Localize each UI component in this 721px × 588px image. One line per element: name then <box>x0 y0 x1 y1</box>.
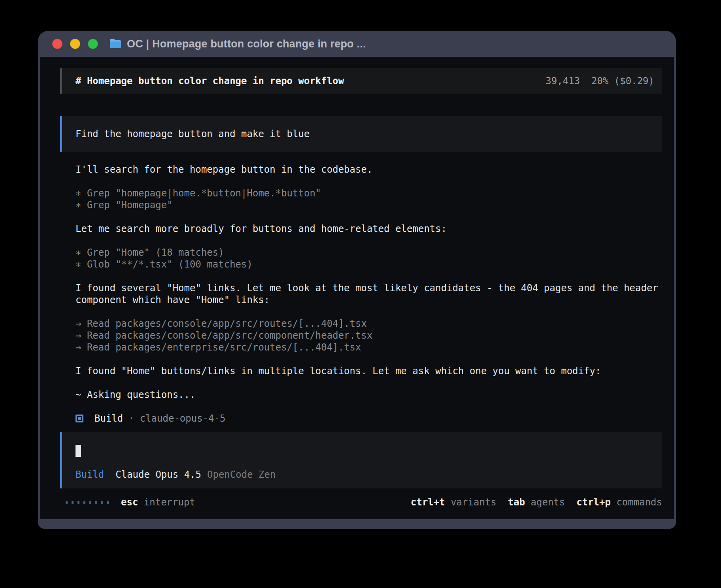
tool-call-grep: ∗ Grep "Homepage" <box>75 199 662 211</box>
hint-label-commands: commands <box>616 497 662 508</box>
context-cost: 20% ($0.29) <box>591 75 654 87</box>
tool-call-group: ∗ Grep "homepage|home.*button|Home.*butt… <box>60 187 662 211</box>
traffic-lights <box>52 39 98 49</box>
terminal-content: # Homepage button color change in repo w… <box>40 57 674 519</box>
assistant-message: I found "Home" buttons/links in multiple… <box>60 365 662 377</box>
session-stats: 39,413 20% ($0.29) <box>545 75 654 87</box>
hint-key-tab: tab <box>508 497 525 508</box>
minimize-button[interactable] <box>70 39 80 49</box>
agent-name: Build <box>94 413 123 424</box>
user-message-text: Find the homepage button and make it blu… <box>75 128 310 139</box>
agent-model: claude-opus-4-5 <box>140 413 226 424</box>
hint-agents: tab agents <box>508 496 565 508</box>
agent-icon <box>75 415 83 422</box>
hint-label-variants: variants <box>451 497 496 508</box>
hint-interrupt: esc interrupt <box>121 496 195 508</box>
folder-icon <box>109 39 122 49</box>
token-count: 39,413 <box>545 75 580 87</box>
assistant-status: ~ Asking questions... <box>60 389 662 401</box>
status-bar-right: ctrl+t variants tab agents ctrl+p comman… <box>411 496 662 508</box>
hint-variants: ctrl+t variants <box>411 496 496 508</box>
progress-dots <box>66 501 109 504</box>
tool-call-read: → Read packages/console/app/src/componen… <box>75 330 662 341</box>
assistant-message: I found several "Home" links. Let me loo… <box>60 282 662 306</box>
hint-label-interrupt: interrupt <box>144 497 195 508</box>
input-model-label[interactable]: Claude Opus 4.5 <box>115 469 201 481</box>
close-button[interactable] <box>52 39 62 49</box>
status-bar: esc interrupt ctrl+t variants tab agents… <box>60 496 662 508</box>
hint-key-esc: esc <box>121 497 138 508</box>
input-provider-label: OpenCode Zen <box>207 469 276 481</box>
tool-call-grep: ∗ Grep "homepage|home.*button|Home.*butt… <box>75 187 662 199</box>
input-meta-row: Build Claude Opus 4.5 OpenCode Zen <box>75 469 649 481</box>
hint-label-agents: agents <box>531 497 565 508</box>
session-header: # Homepage button color change in repo w… <box>60 68 662 94</box>
terminal-window: OC | Homepage button color change in rep… <box>38 31 676 529</box>
hint-key-ctrl-t: ctrl+t <box>411 497 445 508</box>
agent-separator: · <box>128 413 134 424</box>
tool-call-grep: ∗ Grep "Home" (18 matches) <box>75 247 662 258</box>
input-agent-label[interactable]: Build <box>75 469 104 481</box>
assistant-message: Let me search more broadly for buttons a… <box>60 223 662 235</box>
window-title: OC | Homepage button color change in rep… <box>127 38 366 50</box>
hint-commands: ctrl+p commands <box>576 496 662 508</box>
user-message: Find the homepage button and make it blu… <box>60 116 662 152</box>
tool-call-read: → Read packages/console/app/src/routes/[… <box>75 318 662 330</box>
hint-key-ctrl-p: ctrl+p <box>576 497 611 508</box>
tool-call-read: → Read packages/enterprise/src/routes/[.… <box>75 341 662 353</box>
tool-call-group: → Read packages/console/app/src/routes/[… <box>60 318 662 353</box>
assistant-message: I'll search for the homepage button in t… <box>60 164 662 175</box>
text-cursor <box>75 445 81 457</box>
session-title: # Homepage button color change in repo w… <box>75 75 344 87</box>
prompt-input[interactable]: Build Claude Opus 4.5 OpenCode Zen <box>60 432 662 488</box>
tool-call-group: ∗ Grep "Home" (18 matches) ∗ Glob "**/*.… <box>60 247 662 270</box>
tool-call-glob: ∗ Glob "**/*.tsx" (100 matches) <box>75 258 662 270</box>
maximize-button[interactable] <box>88 39 98 49</box>
agent-status-line: Build · claude-opus-4-5 <box>60 413 662 424</box>
window-titlebar[interactable]: OC | Homepage button color change in rep… <box>38 31 676 57</box>
